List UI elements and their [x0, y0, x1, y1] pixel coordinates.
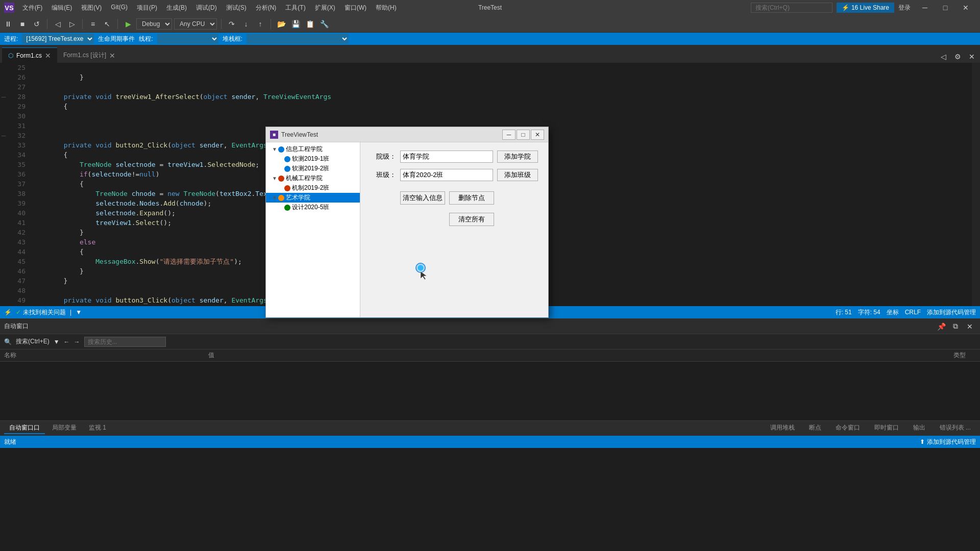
tree-dialog: ■ TreeViewTest ─ □ ✕ ▼ 信息工程学院 [265, 127, 549, 318]
menu-tools[interactable]: 工具(T) [281, 3, 309, 13]
tab-immediate[interactable]: 即时窗口 [869, 422, 904, 434]
tab-watch1[interactable]: 监视 1 [84, 422, 111, 434]
nav-fwd[interactable]: → [74, 338, 80, 345]
nav-btn-2[interactable]: ↖ [101, 18, 113, 30]
tree-node-mech-college[interactable]: ▼ 机械工程学院 [266, 173, 360, 183]
tab-settings[interactable]: ⚙ [951, 51, 964, 63]
pause-button[interactable]: ⏸ [2, 18, 14, 30]
mouse-cursor [420, 270, 430, 281]
minimize-button[interactable]: ─ [915, 0, 935, 15]
stop-button[interactable]: ■ [16, 18, 29, 30]
tree-node-art-college[interactable]: ▼ 艺术学院 [266, 193, 360, 203]
dialog-minimize[interactable]: ─ [502, 130, 516, 140]
tree-node-design[interactable]: 设计2020-5班 [266, 203, 360, 212]
step-over[interactable]: ↷ [226, 18, 238, 30]
tab-close-all[interactable]: ✕ [966, 51, 978, 63]
stack-select[interactable] [247, 34, 349, 44]
cpu-dropdown[interactable]: Any CPU [174, 18, 217, 30]
tab-command-window[interactable]: 命令窗口 [830, 422, 865, 434]
bottom-close[interactable]: ✕ [964, 320, 976, 333]
tab-error-list[interactable]: 错误列表 ... [935, 422, 976, 434]
dialog-maximize[interactable]: □ [517, 130, 530, 140]
menu-git[interactable]: Git(G) [107, 3, 132, 13]
add-college-button[interactable]: 添加学院 [497, 151, 538, 163]
search-history-input[interactable] [84, 337, 166, 347]
save-file[interactable]: 💾 [289, 18, 302, 30]
menu-build[interactable]: 生成(B) [162, 3, 191, 13]
global-search-input[interactable] [751, 3, 832, 13]
nav-btn-1[interactable]: ≡ [87, 18, 99, 30]
toolbar-sep-3 [117, 19, 118, 29]
toolbar-more-2[interactable]: 🔧 [318, 18, 330, 30]
tree-node-jz[interactable]: 机制2019-2班 [266, 183, 360, 193]
search-dropdown[interactable]: ▼ [54, 338, 60, 345]
process-select[interactable]: [15692] TreeTest.exe [22, 34, 94, 44]
college-label: 院级： [371, 152, 396, 161]
bottom-float[interactable]: ⧉ [949, 320, 962, 333]
open-file[interactable]: 📂 [275, 18, 287, 30]
tree-node-sc2[interactable]: 软测2019-2班 [266, 164, 360, 173]
delete-node-button[interactable]: 删除节点 [449, 191, 494, 205]
expand-icon-info[interactable]: ▼ [272, 146, 278, 152]
tab-breakpoints[interactable]: 断点 [804, 422, 826, 434]
menu-extensions[interactable]: 扩展(X) [311, 3, 339, 13]
expand-icon-art[interactable]: ▼ [272, 195, 278, 201]
menu-debug[interactable]: 调试(D) [192, 3, 221, 13]
clear-input-button[interactable]: 清空输入信息 [400, 191, 445, 205]
tab-callstack[interactable]: 调用堆栈 [765, 422, 800, 434]
live-share-button[interactable]: ⚡ 16 Live Share [837, 3, 894, 13]
menu-edit[interactable]: 编辑(E) [47, 3, 76, 13]
restart-button[interactable]: ↺ [31, 18, 43, 30]
run-btn[interactable]: ▶ [122, 18, 134, 30]
tab-local-vars[interactable]: 局部变量 [47, 422, 82, 434]
tree-node-sc1[interactable]: 软测2019-1班 [266, 154, 360, 164]
menu-file[interactable]: 文件(F) [18, 3, 46, 13]
thread-select[interactable] [157, 34, 218, 44]
bottom-pin[interactable]: 📌 [935, 320, 947, 333]
format-label: 坐标 [887, 308, 899, 317]
svg-marker-0 [421, 271, 427, 280]
menu-project[interactable]: 项目(P) [133, 3, 161, 13]
tab-right-controls: ◁ ⚙ ✕ [937, 51, 978, 63]
search-icon: 🔍 [4, 338, 12, 345]
tab-form1-cs[interactable]: ⬡ Form1.cs ✕ [2, 47, 57, 63]
menu-test[interactable]: 测试(S) [222, 3, 251, 13]
tab-auto-window[interactable]: 自动窗口口 [4, 422, 45, 434]
menu-view[interactable]: 视图(V) [77, 3, 106, 13]
class-input[interactable] [400, 169, 493, 181]
node-icon-mech [278, 176, 284, 182]
back-button[interactable]: ◁ [52, 18, 64, 30]
tab-scroll-left[interactable]: ◁ [937, 51, 949, 63]
tab-form1-close[interactable]: ✕ [45, 52, 51, 60]
clear-all-button[interactable]: 清空所有 [449, 213, 494, 226]
nav-back[interactable]: ← [64, 338, 70, 345]
menu-window[interactable]: 窗口(W) [340, 3, 371, 13]
forward-button[interactable]: ▷ [66, 18, 78, 30]
tab-output[interactable]: 输出 [908, 422, 930, 434]
maximize-button[interactable]: □ [935, 0, 955, 15]
toolbar-more-1[interactable]: 📋 [304, 18, 316, 30]
tab-design-close[interactable]: ✕ [109, 52, 115, 60]
tab-form1-design[interactable]: Form1.cs [设计] ✕ [57, 47, 121, 63]
col-name-header: 名称 [4, 351, 208, 360]
dialog-body: ▼ 信息工程学院 软测2019-1班 [266, 142, 548, 317]
college-input[interactable] [400, 151, 493, 163]
add-source-control[interactable]: 添加到源代码管理 [927, 308, 976, 317]
tree-node-info-college[interactable]: ▼ 信息工程学院 [266, 144, 360, 154]
lifecycle-label: 生命周期事件 [98, 35, 135, 43]
close-button[interactable]: ✕ [955, 0, 976, 15]
step-into[interactable]: ↓ [240, 18, 252, 30]
step-out[interactable]: ↑ [254, 18, 266, 30]
dialog-window-buttons: ─ □ ✕ [502, 130, 544, 140]
window-controls: ─ □ ✕ [915, 0, 976, 15]
source-control-label[interactable]: 添加到源代码管理 [927, 438, 976, 446]
menu-analyze[interactable]: 分析(N) [252, 3, 281, 13]
menu-help[interactable]: 帮助(H) [372, 3, 401, 13]
login-label[interactable]: 登录 [898, 4, 911, 12]
right-scrollbar[interactable] [972, 63, 980, 306]
source-control-icon: ⬆ [920, 438, 925, 445]
dialog-close[interactable]: ✕ [531, 130, 544, 140]
add-class-button[interactable]: 添加班级 [497, 169, 538, 181]
debug-dropdown[interactable]: Debug [136, 18, 172, 30]
expand-icon-mech[interactable]: ▼ [272, 176, 278, 181]
